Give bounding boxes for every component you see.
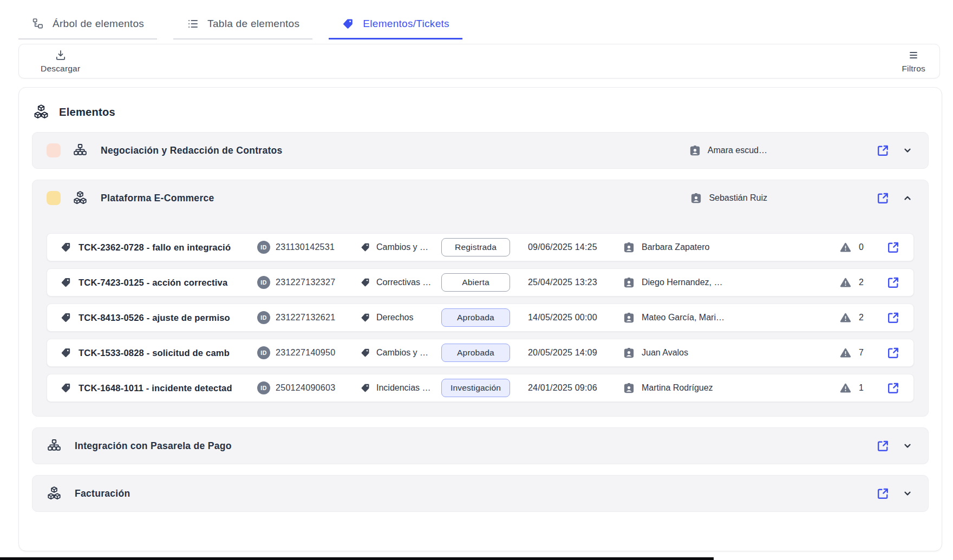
- cubes-icon: [33, 104, 49, 120]
- ticket-row[interactable]: TCK-1533-0828 - solicitud de camb ID 231…: [47, 339, 914, 367]
- list-icon: [186, 17, 199, 30]
- panel-header: Elementos: [32, 101, 929, 132]
- tab-label: Tabla de elementos: [207, 18, 299, 30]
- external-link-icon[interactable]: [886, 240, 900, 255]
- external-link-icon[interactable]: [886, 275, 900, 290]
- id-badge-icon: ID: [257, 276, 270, 289]
- chevron-down-icon[interactable]: [901, 487, 914, 500]
- ticket-row[interactable]: TCK-1648-1011 - incidente detectad ID 25…: [47, 374, 914, 402]
- tab-elementos-tickets[interactable]: Elementos/Tickets: [329, 14, 462, 39]
- tag-icon: [360, 383, 371, 393]
- ticket-row[interactable]: TCK-8413-0526 - ajuste de permiso ID 231…: [47, 304, 914, 332]
- ticket-title: TCK-2362-0728 - fallo en integració: [79, 242, 239, 253]
- section-header[interactable]: Negociación y Redacción de Contratos Ama…: [32, 133, 928, 168]
- chevron-down-icon[interactable]: [901, 439, 914, 452]
- tag-icon: [60, 312, 79, 324]
- cubes-icon: [47, 486, 62, 501]
- ticket-type: Cambios y …: [376, 242, 428, 252]
- filters-button[interactable]: Filtros: [902, 49, 925, 74]
- section-plataforma-ecommerce: Plataforma E-Commerce Sebastián Ruiz TCK…: [32, 180, 929, 417]
- person-badge-icon: [690, 192, 702, 205]
- bottom-strip: [0, 557, 714, 560]
- tab-label: Árbol de elementos: [53, 18, 144, 30]
- tab-label: Elementos/Tickets: [363, 18, 449, 30]
- section-integracion-pasarela: Integración con Pasarela de Pago: [32, 427, 929, 464]
- download-icon: [54, 49, 67, 62]
- toolbar: Descargar Filtros: [18, 44, 940, 78]
- tag-icon: [360, 277, 371, 288]
- external-link-icon[interactable]: [876, 191, 890, 206]
- section-header[interactable]: Integración con Pasarela de Pago: [32, 428, 928, 464]
- ticket-date: 20/05/2025 14:09: [528, 348, 623, 358]
- ticket-assignee: Martina Rodríguez: [642, 383, 713, 393]
- ticket-date: 25/04/2025 13:23: [528, 278, 623, 287]
- status-badge: Aprobada: [441, 308, 510, 327]
- person-badge-icon: [623, 276, 635, 289]
- ticket-assignee: Diego Hernandez, …: [642, 278, 722, 287]
- tag-icon: [60, 276, 79, 288]
- status-badge: Investigación: [441, 379, 510, 397]
- tag-icon: [360, 242, 371, 253]
- section-negociacion-contratos: Negociación y Redacción de Contratos Ama…: [32, 132, 929, 169]
- ticket-title: TCK-8413-0526 - ajuste de permiso: [79, 313, 239, 323]
- tree-icon: [31, 17, 44, 30]
- chevron-down-icon[interactable]: [901, 144, 914, 157]
- ticket-title: TCK-1648-1011 - incidente detectad: [79, 383, 239, 393]
- color-square: [47, 191, 61, 205]
- id-badge-icon: ID: [257, 381, 270, 394]
- section-facturacion: Facturación: [32, 475, 929, 512]
- ticket-date: 14/05/2025 00:00: [528, 313, 623, 322]
- elements-panel: Elementos Negociación y Redacción de Con…: [18, 87, 942, 551]
- status-badge: Abierta: [441, 273, 510, 292]
- person-badge-icon: [623, 241, 635, 254]
- tag-icon: [342, 17, 355, 30]
- tab-tabla-de-elementos[interactable]: Tabla de elementos: [173, 14, 312, 39]
- section-header[interactable]: Facturación: [32, 476, 928, 511]
- ticket-row[interactable]: TCK-7423-0125 - acción correctiva ID 231…: [47, 268, 914, 297]
- color-square: [47, 143, 61, 157]
- section-title: Negociación y Redacción de Contratos: [101, 145, 283, 156]
- chevron-up-icon[interactable]: [901, 192, 914, 205]
- ticket-assignee: Juan Avalos: [642, 348, 688, 358]
- warning-count: 2: [859, 278, 864, 287]
- section-title: Facturación: [75, 488, 130, 499]
- ticket-date: 09/06/2025 14:25: [528, 242, 623, 252]
- sitemap-icon: [47, 438, 62, 453]
- external-link-icon[interactable]: [886, 381, 900, 396]
- status-badge: Registrada: [441, 238, 510, 256]
- id-badge-icon: ID: [257, 346, 270, 359]
- assignee-name: Amara escud…: [708, 146, 767, 155]
- cubes-icon: [73, 190, 88, 206]
- tab-arbol-de-elementos[interactable]: Árbol de elementos: [18, 14, 157, 39]
- download-button[interactable]: Descargar: [41, 49, 80, 74]
- ticket-title: TCK-7423-0125 - acción correctiva: [79, 278, 239, 288]
- ticket-id: 231130142531: [276, 242, 335, 252]
- warning-count: 0: [859, 242, 864, 252]
- person-badge-icon: [623, 382, 635, 394]
- section-header[interactable]: Plataforma E-Commerce Sebastián Ruiz: [32, 180, 928, 216]
- ticket-row[interactable]: TCK-2362-0728 - fallo en integració ID 2…: [47, 233, 914, 261]
- tag-icon: [60, 382, 79, 394]
- ticket-id: 231227132327: [276, 278, 335, 287]
- external-link-icon[interactable]: [876, 486, 890, 501]
- ticket-type: Incidencias …: [376, 383, 431, 393]
- section-assignee: Sebastián Ruiz: [690, 192, 767, 205]
- ticket-type: Derechos: [376, 313, 413, 322]
- ticket-assignee: Mateo García, Mari…: [642, 313, 724, 322]
- ticket-id: 231227140950: [276, 348, 335, 358]
- id-badge-icon: ID: [257, 311, 270, 324]
- ticket-id: 250124090603: [276, 383, 335, 393]
- external-link-icon[interactable]: [886, 311, 900, 325]
- external-link-icon[interactable]: [876, 439, 890, 453]
- person-badge-icon: [689, 144, 701, 157]
- ticket-id: 231227132621: [276, 313, 335, 322]
- ticket-date: 24/01/2025 09:06: [528, 383, 623, 393]
- external-link-icon[interactable]: [876, 143, 890, 158]
- ticket-title: TCK-1533-0828 - solicitud de camb: [79, 348, 239, 358]
- ticket-type: Correctivas …: [376, 278, 431, 287]
- warning-count: 7: [859, 348, 864, 358]
- warning-icon: [839, 346, 852, 360]
- external-link-icon[interactable]: [886, 346, 900, 360]
- assignee-name: Sebastián Ruiz: [709, 193, 767, 203]
- section-title: Integración con Pasarela de Pago: [75, 440, 232, 452]
